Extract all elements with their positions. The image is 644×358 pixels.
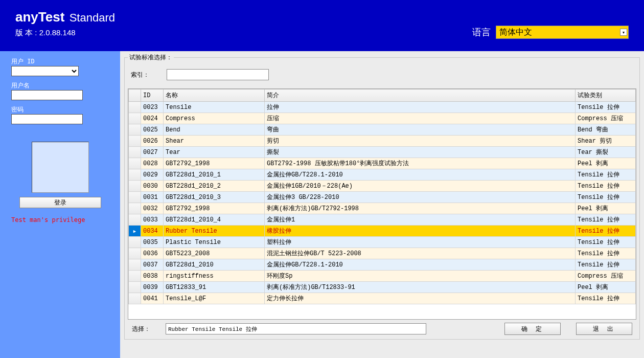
selection-label: 选择： (132, 325, 150, 333)
cell-cat: Tensile 拉伸 (576, 192, 636, 203)
cell-id: 0035 (141, 237, 164, 248)
table-row[interactable]: 0024Compress压缩Compress 压缩 (129, 113, 636, 124)
cell-name: Compress (164, 113, 265, 124)
panel-legend: 试验标准选择： (128, 53, 174, 62)
cell-name: GBT2792_1998 (164, 203, 265, 214)
cell-name: GBT228d1_2010_1 (164, 169, 265, 181)
row-header-column (129, 90, 141, 102)
table-row[interactable]: 0025Bend弯曲Bend 弯曲 (129, 124, 636, 136)
cell-desc: 环刚度Sp (265, 271, 576, 282)
row-indicator (129, 147, 141, 158)
cell-name: GBT5223_2008 (164, 248, 265, 259)
row-indicator (129, 181, 141, 192)
id-column-header[interactable]: ID (141, 90, 164, 102)
cell-id: 0027 (141, 147, 164, 158)
table-row[interactable]: 0036GBT5223_2008混泥土钢丝拉伸GB/T 5223-2008Ten… (129, 248, 636, 259)
cell-desc: 剪切 (265, 136, 576, 147)
user-name-label: 用户名 (11, 81, 109, 90)
cell-cat: Tensile 拉伸 (576, 102, 636, 113)
cell-name: GBT228d1_2010 (164, 259, 265, 271)
row-indicator (129, 214, 141, 226)
cell-name: Tensile (164, 102, 265, 113)
table-row[interactable]: 0033GBT228d1_2010_4金属拉伸1Tensile 拉伸 (129, 214, 636, 226)
cell-cat: Compress 压缩 (576, 271, 636, 282)
table-row[interactable]: 0026Shear剪切Shear 剪切 (129, 136, 636, 147)
cell-id: 0041 (141, 293, 164, 304)
exit-button[interactable]: 退 出 (576, 323, 632, 335)
name-column-header[interactable]: 名称 (164, 90, 265, 102)
cell-id: 0028 (141, 158, 164, 169)
cell-id: 0026 (141, 136, 164, 147)
app-header: anyTest Standard 版 本 : 2.0.88.148 语言 简体中… (0, 0, 644, 51)
table-row[interactable]: 0028GBT2792_1998GBT2792-1998 压敏胶粘带180°剥离… (129, 158, 636, 169)
password-input[interactable] (11, 114, 83, 124)
cell-id: 0037 (141, 259, 164, 271)
cell-name: GBT228d1_2010_2 (164, 181, 265, 192)
standard-selection-panel: 试验标准选择： 索引： ID 名称 简介 试验类别 (124, 53, 640, 340)
desc-column-header[interactable]: 简介 (265, 90, 576, 102)
row-indicator (129, 237, 141, 248)
cell-desc: 塑料拉伸 (265, 237, 576, 248)
table-row[interactable]: 0030GBT228d1_2010_2金属拉伸1GB/2010－228(Ae)T… (129, 181, 636, 192)
cell-name: GBT12833_91 (164, 282, 265, 293)
language-value: 简体中文 (499, 27, 532, 38)
cell-cat: Tear 撕裂 (576, 147, 636, 158)
cell-cat: Tensile 拉伸 (576, 293, 636, 304)
user-photo-box (32, 142, 89, 193)
language-select[interactable]: 简体中文 ▾ (496, 26, 629, 39)
cat-column-header[interactable]: 试验类别 (576, 90, 636, 102)
user-name-input[interactable] (11, 90, 83, 100)
cell-id: 0031 (141, 192, 164, 203)
search-input[interactable] (167, 69, 269, 80)
cell-cat: Compress 压缩 (576, 113, 636, 124)
table-row[interactable]: ▶0034Rubber Tensile橡胶拉伸Tensile 拉伸 (129, 226, 636, 237)
cell-name: ringstiffness (164, 271, 265, 282)
cell-id: 0036 (141, 248, 164, 259)
row-indicator (129, 293, 141, 304)
cell-name: Bend (164, 124, 265, 136)
search-label: 索引： (131, 71, 149, 79)
chevron-down-icon: ▾ (620, 29, 627, 36)
cell-desc: 压缩 (265, 113, 576, 124)
table-row[interactable]: 0031GBT228d1_2010_3金属拉伸3 GB/228-2010Tens… (129, 192, 636, 203)
password-label: 密码 (11, 105, 109, 114)
cell-id: 0032 (141, 203, 164, 214)
selection-box: Rubber Tensile Tensile 拉伸 (166, 323, 426, 334)
standards-grid: ID 名称 简介 试验类别 0023Tensile拉伸Tensile 拉伸002… (128, 88, 636, 320)
table-row[interactable]: 0038ringstiffness环刚度SpCompress 压缩 (129, 271, 636, 282)
app-subtitle: Standard (70, 11, 115, 24)
row-indicator (129, 102, 141, 113)
cell-cat: Tensile 拉伸 (576, 248, 636, 259)
row-indicator (129, 248, 141, 259)
cell-id: 0029 (141, 169, 164, 181)
user-id-select[interactable] (11, 66, 79, 76)
table-row[interactable]: 0027Tear撕裂Tear 撕裂 (129, 147, 636, 158)
cell-id: 0034 (141, 226, 164, 237)
cell-cat: Tensile 拉伸 (576, 237, 636, 248)
cell-cat: Peel 剥离 (576, 203, 636, 214)
cell-desc: 金属拉伸GB/T228.1-2010 (265, 169, 576, 181)
table-row[interactable]: 0029GBT228d1_2010_1金属拉伸GB/T228.1-2010Ten… (129, 169, 636, 181)
table-row[interactable]: 0035Plastic Tensile塑料拉伸Tensile 拉伸 (129, 237, 636, 248)
cell-desc: 混泥土钢丝拉伸GB/T 5223-2008 (265, 248, 576, 259)
table-row[interactable]: 0023Tensile拉伸Tensile 拉伸 (129, 102, 636, 113)
table-row[interactable]: 0037GBT228d1_2010金属拉伸GB/T228.1-2010Tensi… (129, 259, 636, 271)
table-row[interactable]: 0032GBT2792_1998剥离(标准方法)GB/T2792-1998Pee… (129, 203, 636, 214)
cell-cat: Tensile 拉伸 (576, 214, 636, 226)
app-title: anyTest (15, 9, 64, 25)
cell-name: Rubber Tensile (164, 226, 265, 237)
language-label: 语言 (472, 26, 491, 38)
ok-button[interactable]: 确 定 (504, 323, 561, 335)
cell-desc: 剥离(标准方法)GB/T2792-1998 (265, 203, 576, 214)
cell-id: 0024 (141, 113, 164, 124)
table-row[interactable]: 0039GBT12833_91剥离(标准方法)GB/T12833-91Peel … (129, 282, 636, 293)
cell-desc: 金属拉伸1GB/2010－228(Ae) (265, 181, 576, 192)
row-indicator (129, 124, 141, 136)
cell-name: GBT2792_1998 (164, 158, 265, 169)
cell-desc: 金属拉伸1 (265, 214, 576, 226)
login-button[interactable]: 登录 (19, 197, 101, 208)
user-id-label: 用户 ID (11, 57, 109, 66)
cell-desc: 撕裂 (265, 147, 576, 158)
table-row[interactable]: 0041Tensile_L@F定力伸长拉伸Tensile 拉伸 (129, 293, 636, 304)
cell-cat: Shear 剪切 (576, 136, 636, 147)
